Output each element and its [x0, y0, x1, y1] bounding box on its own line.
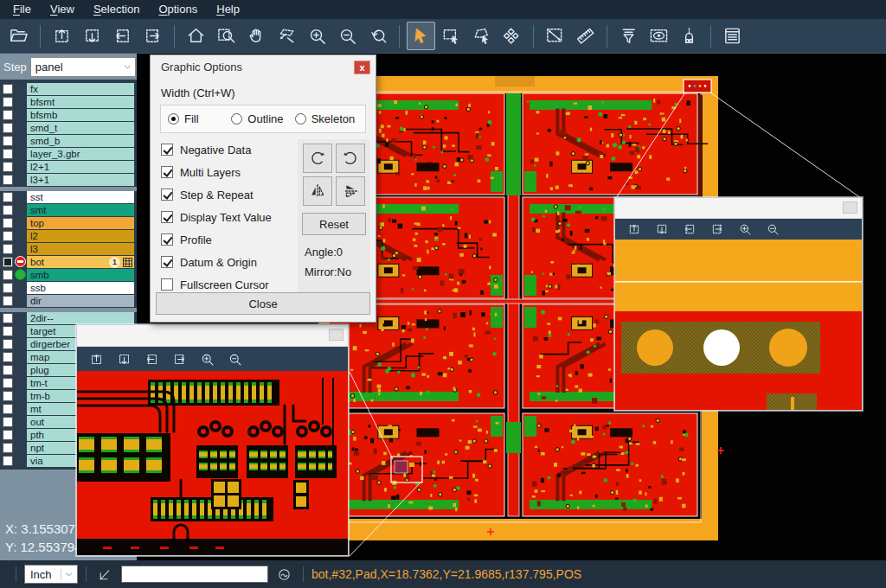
- layer-indicator-empty[interactable]: [14, 96, 27, 108]
- layer-indicator-empty[interactable]: [14, 364, 27, 376]
- menu-item-options[interactable]: Options: [149, 0, 207, 19]
- layer-row-2dir--[interactable]: 2dir--: [0, 312, 137, 324]
- layer-indicator-empty[interactable]: [14, 161, 27, 173]
- layer-name[interactable]: sst: [27, 191, 134, 203]
- layer-checkbox[interactable]: [3, 192, 13, 202]
- layer-name[interactable]: smt: [27, 204, 134, 216]
- checkbox[interactable]: [161, 233, 173, 246]
- menu-item-view[interactable]: View: [41, 0, 84, 19]
- layer-indicator-empty[interactable]: [14, 191, 27, 203]
- pan-down-button[interactable]: [651, 220, 673, 239]
- check-negative-data[interactable]: Negative Data: [161, 138, 295, 161]
- pan-up-button[interactable]: [48, 22, 76, 50]
- select-polygon-button[interactable]: [467, 22, 496, 50]
- layer-row-smb[interactable]: smb: [0, 269, 137, 281]
- zoom-area-button[interactable]: [273, 22, 301, 50]
- command-input[interactable]: [121, 566, 268, 583]
- radio-outline[interactable]: Outline: [231, 112, 294, 125]
- pan-right-button[interactable]: [138, 22, 167, 50]
- step-repeat-grid-icon[interactable]: [123, 258, 132, 267]
- layer-checkbox[interactable]: [3, 162, 13, 172]
- layer-checkbox[interactable]: [3, 231, 13, 241]
- layer-indicator-empty[interactable]: [14, 148, 27, 160]
- select-arrow-button[interactable]: [407, 22, 435, 50]
- dialog-titlebar[interactable]: Graphic Options x: [151, 55, 376, 80]
- pan-right-button[interactable]: [706, 220, 729, 239]
- mirror-horizontal-button[interactable]: [336, 176, 365, 206]
- layer-indicator-empty[interactable]: [14, 325, 27, 337]
- layer-name[interactable]: smd_t: [27, 122, 134, 134]
- pan-left-button[interactable]: [140, 349, 163, 368]
- zoom-window-button[interactable]: [212, 22, 241, 50]
- layer-row-layer_3.gbr[interactable]: layer_3.gbr: [0, 148, 137, 160]
- radio-dot[interactable]: [231, 113, 242, 125]
- radio-dot[interactable]: [295, 113, 306, 125]
- layer-indicator-empty[interactable]: [14, 429, 27, 441]
- zoom-in-button[interactable]: [196, 349, 218, 368]
- pan-right-button[interactable]: [168, 349, 190, 368]
- pan-down-button[interactable]: [78, 22, 106, 50]
- layer-indicator-green[interactable]: [14, 269, 27, 281]
- layer-name[interactable]: l3: [27, 243, 134, 255]
- layer-checkbox[interactable]: [3, 257, 13, 267]
- layer-indicator-empty[interactable]: [14, 282, 27, 294]
- pan-left-button[interactable]: [108, 22, 137, 50]
- layer-indicator-empty[interactable]: [14, 122, 27, 134]
- menu-item-file[interactable]: File: [3, 0, 41, 19]
- pan-left-button[interactable]: [678, 220, 701, 239]
- reset-button[interactable]: Reset: [302, 213, 366, 235]
- checkbox[interactable]: [161, 144, 173, 156]
- report-list-button[interactable]: [718, 22, 747, 50]
- layer-name[interactable]: fx: [27, 83, 134, 95]
- layer-checkbox[interactable]: [3, 110, 13, 120]
- layer-indicator-empty[interactable]: [14, 243, 27, 255]
- filter-button[interactable]: [614, 22, 643, 50]
- zoom-previous-button[interactable]: [363, 22, 392, 50]
- break-apart-button[interactable]: [498, 22, 526, 50]
- layer-row-top[interactable]: top: [0, 217, 137, 229]
- rotate-ccw-button[interactable]: [336, 144, 365, 173]
- layer-row-bot[interactable]: bot1: [0, 256, 137, 268]
- sync-icon[interactable]: [277, 567, 292, 582]
- layer-indicator-empty[interactable]: [14, 204, 27, 216]
- view-eye-button[interactable]: [645, 22, 673, 50]
- layer-name[interactable]: ssb: [27, 282, 134, 294]
- magnifier-view[interactable]: [615, 240, 862, 410]
- layer-row-smt[interactable]: smt: [0, 204, 137, 216]
- layer-indicator-empty[interactable]: [14, 312, 27, 324]
- select-rect-button[interactable]: [437, 22, 465, 50]
- layer-name[interactable]: dir: [27, 295, 134, 307]
- window-button[interactable]: [329, 329, 343, 341]
- mirror-vertical-button[interactable]: [303, 176, 332, 206]
- layer-row-l3+1[interactable]: l3+1: [0, 174, 137, 186]
- layer-checkbox[interactable]: [3, 326, 13, 336]
- layer-indicator-red[interactable]: [14, 256, 27, 268]
- layer-checkbox[interactable]: [3, 97, 13, 107]
- layer-checkbox[interactable]: [3, 296, 13, 306]
- layer-indicator-empty[interactable]: [14, 442, 27, 454]
- layer-checkbox[interactable]: [3, 417, 13, 427]
- layer-checkbox[interactable]: [3, 313, 13, 323]
- magnifier-view[interactable]: [77, 371, 348, 555]
- checkbox[interactable]: [161, 211, 173, 223]
- layer-checkbox[interactable]: [3, 430, 13, 440]
- open-folder-button[interactable]: [4, 22, 33, 50]
- layer-indicator-empty[interactable]: [14, 338, 27, 350]
- layer-indicator-empty[interactable]: [14, 455, 27, 467]
- layer-checkbox[interactable]: [3, 205, 13, 215]
- layer-checkbox[interactable]: [3, 218, 13, 228]
- layer-checkbox[interactable]: [3, 244, 13, 254]
- pan-hand-button[interactable]: [242, 22, 271, 50]
- layer-indicator-empty[interactable]: [14, 390, 27, 402]
- layer-name[interactable]: layer_3.gbr: [27, 148, 134, 160]
- check-step-repeat[interactable]: Step & Repeat: [161, 183, 295, 206]
- checkbox[interactable]: [161, 189, 173, 201]
- layer-checkbox[interactable]: [3, 352, 13, 362]
- window-button[interactable]: [843, 201, 857, 214]
- rotate-cw-button[interactable]: [303, 144, 332, 173]
- pan-down-button[interactable]: [112, 349, 135, 368]
- layer-row-ssb[interactable]: ssb: [0, 282, 137, 294]
- layer-name[interactable]: smd_b: [27, 135, 134, 147]
- layer-checkbox[interactable]: [3, 136, 13, 146]
- layer-name[interactable]: top: [27, 217, 134, 229]
